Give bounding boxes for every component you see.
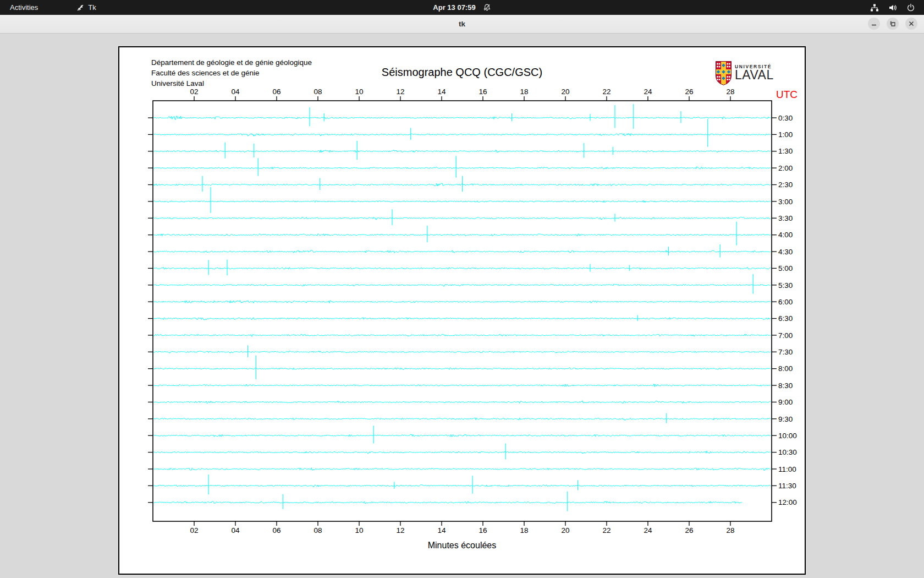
x-tick-label-bottom: 18 — [520, 526, 528, 535]
seismogram-trace — [153, 284, 771, 287]
x-tick-label-top: 16 — [479, 88, 487, 96]
seismogram-trace — [153, 434, 771, 437]
seismogram-trace — [153, 150, 771, 152]
seismogram-trace — [153, 368, 771, 370]
seismogram-trace — [153, 200, 771, 203]
minimize-button[interactable] — [868, 18, 880, 30]
utc-time-label: 2:00 — [778, 164, 793, 172]
utc-time-label: 1:00 — [778, 130, 793, 139]
seismogram-trace — [153, 250, 771, 253]
system-menu-button[interactable] — [870, 0, 924, 15]
utc-time-label: 4:30 — [778, 248, 793, 256]
notifications-disabled-icon — [483, 3, 491, 12]
utc-time-label: 2:30 — [778, 181, 793, 189]
x-tick-label-top: 28 — [726, 88, 734, 96]
power-icon — [906, 3, 915, 12]
seismogram-trace — [153, 485, 771, 487]
utc-time-label: 11:30 — [778, 482, 796, 490]
x-tick-label-top: 24 — [644, 88, 652, 96]
seismogram-trace — [153, 268, 771, 270]
utc-time-label: 12:00 — [778, 498, 797, 506]
utc-time-label: 5:30 — [778, 281, 793, 290]
seismogram-trace — [153, 301, 771, 303]
seismogram-trace — [153, 451, 771, 454]
utc-time-label: 6:00 — [778, 298, 793, 306]
x-tick-label-top: 14 — [437, 88, 446, 96]
utc-time-label: 10:30 — [778, 448, 797, 456]
utc-time-label: 7:30 — [778, 348, 793, 356]
x-tick-label-bottom: 10 — [355, 526, 363, 535]
seismogram-trace — [153, 116, 771, 120]
utc-time-label: 3:30 — [778, 214, 793, 222]
seismogram-trace — [153, 234, 771, 236]
utc-time-label: 8:30 — [778, 381, 793, 390]
x-tick-label-bottom: 14 — [437, 526, 446, 535]
seismogram-trace — [153, 133, 771, 136]
seismogram-trace — [153, 318, 771, 320]
x-tick-label-top: 08 — [314, 88, 322, 96]
seismogram-trace — [153, 501, 742, 504]
x-tick-label-bottom: 26 — [685, 526, 693, 535]
x-tick-label-top: 26 — [685, 88, 693, 96]
seismogram-trace — [153, 384, 771, 387]
maximize-button[interactable] — [887, 18, 899, 30]
x-tick-label-bottom: 06 — [272, 526, 280, 535]
seismograph-canvas: Département de géologie et de génie géol… — [118, 46, 806, 575]
utc-time-label: 11:00 — [778, 465, 796, 473]
x-tick-label-bottom: 12 — [396, 526, 404, 535]
x-tick-label-bottom: 08 — [314, 526, 322, 535]
utc-time-label: 1:30 — [778, 147, 793, 155]
utc-time-label: 0:30 — [778, 114, 793, 122]
x-tick-label-top: 10 — [355, 88, 363, 96]
x-tick-label-bottom: 24 — [644, 526, 652, 535]
seismograph-plot: 0202040406060808101012121414161618182020… — [119, 47, 805, 574]
x-tick-label-top: 20 — [561, 88, 569, 96]
x-tick-label-top: 18 — [520, 88, 528, 96]
x-tick-label-bottom: 16 — [479, 526, 487, 535]
x-axis-title: Minutes écoulées — [119, 541, 805, 550]
x-tick-label-top: 06 — [272, 88, 280, 96]
utc-time-label: 9:00 — [778, 398, 793, 406]
utc-time-label: 7:00 — [778, 331, 793, 340]
x-tick-label-bottom: 20 — [561, 526, 569, 535]
x-tick-label-top: 12 — [396, 88, 404, 96]
seismogram-trace — [153, 401, 771, 403]
utc-time-label: 5:00 — [778, 264, 793, 272]
utc-label: UTC — [776, 89, 798, 100]
seismogram-trace — [153, 351, 771, 353]
window-titlebar: tk — [0, 15, 924, 34]
window-title: tk — [0, 15, 924, 33]
clock-button[interactable]: Apr 13 07:59 — [433, 3, 475, 12]
top-bar: Activities Tk Apr 13 07:59 — [0, 0, 924, 15]
wired-network-icon — [870, 3, 879, 12]
seismogram-trace — [153, 167, 771, 169]
seismogram-trace — [153, 217, 771, 220]
seismogram-trace — [153, 418, 771, 421]
utc-time-label: 10:00 — [778, 432, 797, 440]
utc-time-label: 9:30 — [778, 415, 793, 423]
plot-border — [153, 101, 772, 521]
x-tick-label-top: 02 — [190, 88, 198, 96]
tk-window-content: Département de géologie et de génie géol… — [0, 34, 924, 578]
utc-time-label: 3:00 — [778, 198, 793, 206]
utc-time-label: 8:00 — [778, 364, 793, 373]
utc-time-label: 4:00 — [778, 231, 793, 239]
x-tick-label-top: 22 — [602, 88, 610, 96]
x-tick-label-bottom: 28 — [726, 526, 734, 535]
close-button[interactable] — [905, 18, 917, 30]
x-tick-label-bottom: 02 — [190, 526, 198, 535]
seismogram-trace — [153, 334, 771, 336]
x-tick-label-top: 04 — [231, 88, 240, 96]
volume-icon — [888, 3, 897, 12]
x-tick-label-bottom: 04 — [231, 526, 240, 535]
x-tick-label-bottom: 22 — [602, 526, 610, 535]
seismogram-trace — [153, 468, 771, 471]
utc-time-label: 6:30 — [778, 314, 793, 323]
